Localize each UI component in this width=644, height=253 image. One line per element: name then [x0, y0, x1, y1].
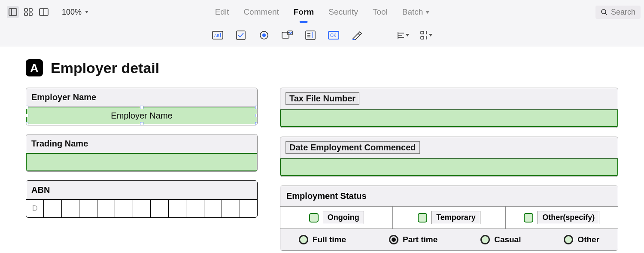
resize-handle-icon[interactable] — [140, 106, 143, 109]
abn-cell[interactable] — [204, 200, 222, 217]
svg-rect-0 — [9, 9, 17, 15]
svg-rect-3 — [29, 9, 32, 11]
view-twopage-toggle[interactable] — [38, 6, 50, 18]
resize-handle-icon[interactable] — [26, 114, 28, 117]
resize-handle-icon[interactable] — [140, 122, 143, 125]
main-tabs: Edit Comment Form Security Tool Batch — [215, 6, 429, 18]
tab-edit[interactable]: Edit — [215, 6, 229, 18]
checkbox-ongoing[interactable] — [309, 213, 319, 223]
listbox-tool-icon[interactable] — [304, 29, 316, 41]
resize-handle-icon[interactable] — [26, 122, 28, 125]
ok-button-tool-icon[interactable]: OK — [328, 29, 340, 41]
search-box[interactable]: Search — [595, 6, 641, 19]
radio-part-time[interactable] — [389, 235, 398, 244]
resize-handle-icon[interactable] — [255, 114, 258, 117]
resize-handle-icon[interactable] — [255, 106, 258, 109]
svg-point-8 — [601, 9, 606, 14]
abn-cell[interactable] — [62, 200, 79, 217]
resize-handle-icon[interactable] — [255, 122, 258, 125]
status-radio-label: Other — [577, 235, 599, 244]
svg-rect-13 — [237, 31, 245, 40]
section-a-badge: A — [26, 59, 43, 76]
search-icon — [601, 9, 608, 15]
date-employment-field[interactable] — [280, 159, 618, 176]
abn-cell[interactable] — [169, 200, 186, 217]
view-sidebar-toggle[interactable] — [7, 6, 19, 18]
abn-cell[interactable] — [240, 200, 257, 217]
radio-full-time[interactable] — [299, 235, 308, 244]
zoom-dropdown[interactable]: 100% — [62, 8, 88, 17]
tab-security[interactable]: Security — [328, 6, 358, 18]
abn-cell[interactable] — [115, 200, 133, 217]
text-field-tool-icon[interactable]: AB — [212, 29, 224, 41]
abn-label: ABN — [26, 181, 257, 199]
checkbox-temporary[interactable] — [418, 213, 427, 223]
trading-name-block: Trading Name — [26, 134, 258, 172]
status-check-item: Temporary — [393, 207, 505, 229]
abn-cell[interactable] — [222, 200, 240, 217]
status-check-label: Ongoing — [323, 211, 364, 224]
tab-comment[interactable]: Comment — [243, 6, 279, 18]
tfn-block: Tax File Number — [280, 88, 618, 128]
employer-name-field[interactable]: Employer Name — [26, 107, 257, 124]
svg-rect-5 — [29, 13, 32, 15]
abn-cell[interactable] — [44, 200, 61, 217]
employment-status-label: Employment Status — [280, 186, 618, 207]
tfn-label: Tax File Number — [286, 92, 359, 105]
abn-block: ABN D — [26, 180, 258, 218]
distribute-tool-icon[interactable] — [420, 29, 432, 41]
view-grid-toggle[interactable] — [22, 6, 34, 18]
tab-tool[interactable]: Tool — [373, 6, 388, 18]
abn-cell[interactable] — [186, 200, 204, 217]
checkbox-tool-icon[interactable] — [235, 29, 247, 41]
abn-cell[interactable] — [97, 200, 115, 217]
status-radio-label: Casual — [494, 235, 521, 244]
zoom-value: 100% — [62, 8, 82, 17]
abn-cell[interactable] — [151, 200, 168, 217]
employer-name-label: Employer Name — [26, 88, 257, 107]
tfn-field[interactable] — [280, 110, 618, 127]
radio-other[interactable] — [564, 235, 573, 244]
status-check-item: Other(specify) — [506, 207, 618, 229]
radio-tool-icon[interactable] — [258, 29, 270, 41]
status-radio-label: Full time — [313, 235, 346, 244]
svg-point-15 — [262, 34, 266, 37]
abn-cell[interactable] — [133, 200, 151, 217]
signature-tool-icon[interactable] — [351, 29, 363, 41]
abn-row: D — [26, 199, 257, 217]
svg-rect-32 — [421, 37, 424, 39]
radio-casual[interactable] — [480, 235, 490, 244]
abn-cell[interactable] — [79, 200, 97, 217]
tab-form[interactable]: Form — [294, 6, 314, 18]
form-canvas[interactable]: A Employer detail Employer Name Employer… — [0, 46, 644, 253]
search-placeholder: Search — [611, 8, 635, 17]
svg-line-9 — [605, 13, 607, 15]
date-employment-label: Date Employment Commenced — [286, 141, 420, 154]
employment-status-radios: Full timePart timeCasualOther — [280, 229, 618, 250]
svg-text:AB: AB — [214, 34, 219, 38]
status-radio-item: Casual — [480, 235, 521, 244]
trading-name-label: Trading Name — [26, 134, 257, 153]
employer-name-block: Employer Name Employer Name — [26, 88, 258, 125]
status-radio-item: Full time — [299, 235, 346, 244]
resize-handle-icon[interactable] — [26, 106, 28, 109]
combobox-tool-icon[interactable] — [281, 29, 293, 41]
checkbox-other-specify-[interactable] — [524, 213, 533, 223]
status-check-label: Temporary — [431, 211, 480, 224]
status-radio-item: Part time — [389, 235, 437, 244]
svg-text:OK: OK — [330, 33, 337, 38]
abn-cell[interactable]: D — [26, 200, 44, 217]
tab-batch[interactable]: Batch — [402, 6, 429, 18]
trading-name-field[interactable] — [26, 153, 257, 171]
employer-name-field-placeholder: Employer Name — [111, 111, 172, 121]
employment-status-block: Employment Status OngoingTemporaryOther(… — [280, 186, 618, 251]
svg-rect-31 — [426, 31, 427, 34]
status-check-item: Ongoing — [280, 207, 393, 229]
date-employment-block: Date Employment Commenced — [280, 137, 618, 177]
align-tool-icon[interactable] — [397, 29, 409, 41]
status-radio-item: Other — [564, 235, 599, 244]
employment-status-checks: OngoingTemporaryOther(specify) — [280, 207, 618, 229]
status-radio-label: Part time — [403, 235, 437, 244]
section-a-header: A Employer detail — [26, 59, 618, 76]
svg-rect-30 — [421, 31, 424, 34]
